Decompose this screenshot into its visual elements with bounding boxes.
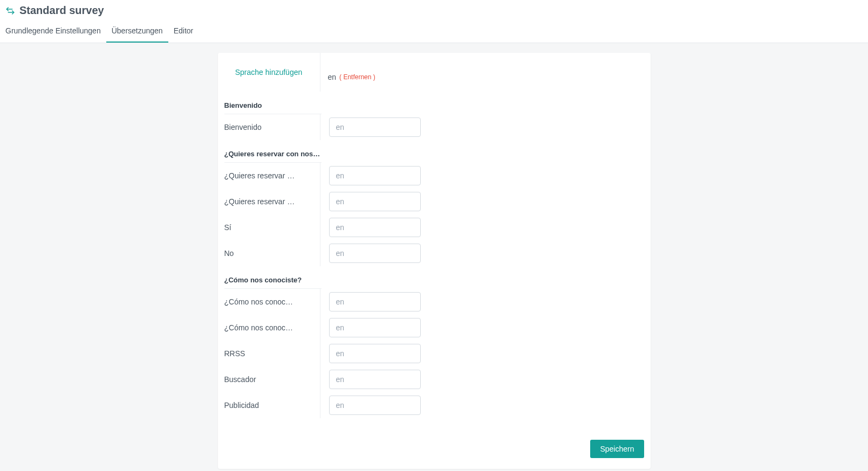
card-footer: Speichern	[218, 418, 651, 458]
tab-editor[interactable]: Editor	[168, 19, 199, 43]
translation-row: ¿Cómo nos conoc…	[224, 315, 644, 341]
tab-basic-settings[interactable]: Grundlegende Einstellungen	[5, 19, 106, 43]
page-header: Standard survey Grundlegende Einstellung…	[0, 0, 868, 43]
section-title: ¿Cómo nos conociste?	[224, 266, 322, 289]
row-input-wrap	[320, 192, 421, 211]
language-header: Sprache hinzufügen en ( Entfernen )	[218, 53, 651, 92]
translation-input[interactable]	[329, 244, 421, 263]
row-label: ¿Quieres reservar …	[224, 189, 320, 214]
title-row: Standard survey	[0, 0, 868, 19]
row-input-wrap	[320, 166, 421, 185]
translation-row: Publicidad	[224, 392, 644, 418]
add-language-button[interactable]: Sprache hinzufügen	[218, 53, 320, 92]
row-label: ¿Cómo nos conoc…	[224, 315, 320, 341]
translation-input[interactable]	[329, 396, 421, 415]
translation-card: Sprache hinzufügen en ( Entfernen ) Bien…	[218, 53, 651, 469]
language-code: en	[328, 73, 337, 81]
translation-input[interactable]	[329, 218, 421, 237]
translation-row: ¿Cómo nos conoc…	[224, 289, 644, 315]
translation-input[interactable]	[329, 292, 421, 311]
translation-row: ¿Quieres reservar …	[224, 189, 644, 214]
section-reservar: ¿Quieres reservar con nos… ¿Quieres rese…	[218, 140, 651, 266]
save-button[interactable]: Speichern	[590, 440, 644, 458]
row-label: No	[224, 240, 320, 266]
content-area: Sprache hinzufügen en ( Entfernen ) Bien…	[0, 43, 868, 471]
translation-row: ¿Quieres reservar …	[224, 163, 644, 189]
language-tab-en[interactable]: en ( Entfernen )	[320, 53, 383, 92]
section-bienvenido: Bienvenido Bienvenido	[218, 92, 651, 140]
translation-row: No	[224, 240, 644, 266]
row-label: ¿Quieres reservar …	[224, 163, 320, 189]
translation-input[interactable]	[329, 344, 421, 363]
row-input-wrap	[320, 117, 421, 137]
page-title: Standard survey	[19, 4, 104, 17]
remove-language-link[interactable]: ( Entfernen )	[339, 73, 375, 81]
row-input-wrap	[320, 218, 421, 237]
translation-input[interactable]	[329, 117, 421, 137]
row-label: ¿Cómo nos conoc…	[224, 289, 320, 315]
translation-input[interactable]	[329, 192, 421, 211]
header-tabs: Grundlegende Einstellungen Übersetzungen…	[0, 19, 868, 43]
row-input-wrap	[320, 318, 421, 337]
row-label: RRSS	[224, 341, 320, 366]
translation-row: Bienvenido	[224, 114, 644, 140]
row-label: Bienvenido	[224, 114, 320, 140]
section-conociste: ¿Cómo nos conociste? ¿Cómo nos conoc… ¿C…	[218, 266, 651, 418]
tab-translations[interactable]: Übersetzungen	[106, 19, 168, 43]
translation-input[interactable]	[329, 318, 421, 337]
row-input-wrap	[320, 370, 421, 389]
section-title: ¿Quieres reservar con nos…	[224, 140, 322, 163]
translation-input[interactable]	[329, 166, 421, 185]
row-label: Sí	[224, 214, 320, 240]
translation-row: Buscador	[224, 366, 644, 392]
row-input-wrap	[320, 244, 421, 263]
translation-input[interactable]	[329, 370, 421, 389]
swap-icon	[5, 6, 15, 16]
row-label: Buscador	[224, 366, 320, 392]
translation-row: RRSS	[224, 341, 644, 366]
row-input-wrap	[320, 292, 421, 311]
row-input-wrap	[320, 344, 421, 363]
section-title: Bienvenido	[224, 92, 322, 114]
row-label: Publicidad	[224, 392, 320, 418]
translation-row: Sí	[224, 214, 644, 240]
row-input-wrap	[320, 396, 421, 415]
